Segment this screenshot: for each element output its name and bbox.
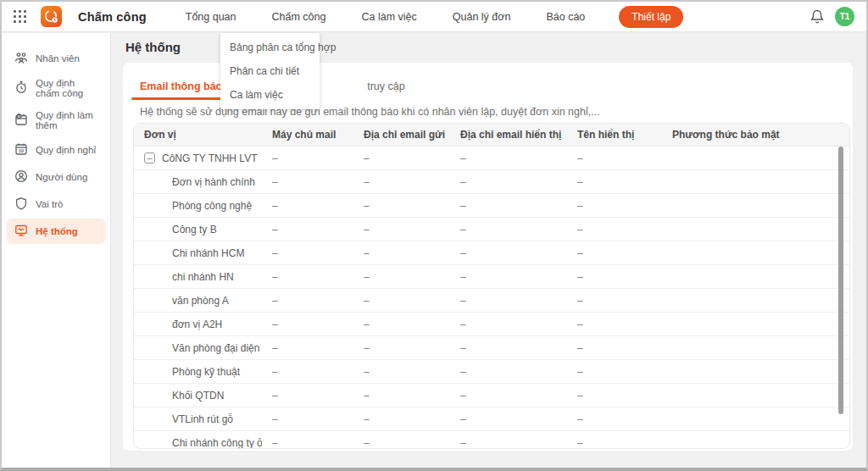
- table-cell: –: [262, 342, 353, 354]
- table-cell: –: [567, 247, 662, 259]
- table-cell: –: [450, 366, 567, 378]
- table-row[interactable]: VTLinh rút gỗ ––––: [134, 407, 849, 431]
- table-row[interactable]: Khối QTDN ––––: [134, 384, 849, 407]
- user-avatar[interactable]: T1: [835, 7, 854, 26]
- sidebar-item[interactable]: Nhân viên: [7, 46, 105, 71]
- unit-name: VTLinh rút gỗ: [172, 413, 233, 425]
- sidebar-item-label: Hệ thống: [36, 226, 78, 236]
- table-cell: –: [567, 342, 662, 354]
- table-scrollbar[interactable]: [838, 147, 843, 414]
- unit-cell: VTLinh rút gỗ: [134, 413, 262, 425]
- unit-name: Văn phòng đại diện CG: [172, 342, 262, 354]
- dropdown-menu-item[interactable]: Ca làm việc: [220, 83, 320, 107]
- table-cell: –: [450, 342, 567, 354]
- sidebar-item[interactable]: Vai trò: [7, 191, 105, 217]
- unit-cell: chi nhánh HN: [134, 271, 262, 283]
- table-row[interactable]: Văn phòng đại diện CG ––––: [134, 336, 849, 360]
- table-body: – CôNG TY TNHH LVT –––– Đơn vị hành chín…: [134, 147, 849, 449]
- table-row[interactable]: Phòng công nghệ ––––: [134, 194, 849, 218]
- table-cell: –: [450, 176, 567, 188]
- calendar-10-icon: 10: [14, 142, 28, 158]
- unit-cell: – CôNG TY TNHH LVT: [134, 152, 262, 164]
- nav-item[interactable]: Quản lý đơn: [453, 11, 511, 23]
- table-cell: –: [353, 390, 450, 402]
- tab[interactable]: Email thông báo: [131, 80, 231, 100]
- table-cell: –: [262, 390, 353, 402]
- unit-name: Công ty B: [172, 224, 217, 236]
- tab[interactable]: truy cập: [359, 80, 413, 100]
- unit-cell: đơn vị A2H: [134, 319, 262, 330]
- unit-cell: Khối QTDN: [134, 390, 262, 402]
- sidebar: Nhân viên Quy định chấm công Quy định là…: [2, 33, 111, 468]
- monitor-icon: [14, 224, 28, 239]
- user-circle-icon: [14, 169, 28, 185]
- table-row[interactable]: Phòng kỹ thuật ––––: [134, 360, 849, 384]
- calendar-clock-icon: [14, 113, 28, 128]
- table-cell: –: [262, 319, 353, 330]
- table-cell: –: [262, 437, 353, 449]
- sidebar-item-label: Quy định chấm công: [36, 78, 100, 98]
- nav-item[interactable]: Báo cáo: [546, 11, 585, 23]
- table-row[interactable]: Đơn vị hành chính ––––: [134, 170, 849, 194]
- sidebar-item-label: Quy định làm thêm: [36, 110, 100, 130]
- table-cell: –: [262, 247, 353, 259]
- svg-text:10: 10: [19, 148, 24, 153]
- table-cell: –: [353, 319, 450, 330]
- settings-button[interactable]: Thiết lập: [619, 6, 683, 28]
- unit-cell: Chi nhánh công ty ở mi...: [134, 437, 262, 449]
- table-header-row: Đơn vị Máy chủ mail Địa chỉ email gửi Đị…: [134, 124, 849, 147]
- table-column-header: Địa chỉ email hiển thị: [450, 129, 567, 141]
- nav-item[interactable]: Chấm công: [272, 11, 326, 23]
- sidebar-item[interactable]: 10 Quy định nghỉ: [7, 137, 105, 163]
- table-cell: –: [567, 200, 662, 212]
- sidebar-item[interactable]: Hệ thống: [7, 219, 105, 244]
- table-row[interactable]: Chi nhánh HCM ––––: [134, 241, 849, 265]
- app-grid-icon[interactable]: [14, 10, 26, 23]
- notification-bell-icon[interactable]: [810, 9, 825, 25]
- table-cell: –: [567, 319, 662, 330]
- table-row[interactable]: văn phòng A ––––: [134, 289, 849, 313]
- table-cell: –: [450, 437, 567, 449]
- table-cell: –: [353, 366, 450, 378]
- unit-cell: Văn phòng đại diện CG: [134, 342, 262, 354]
- table-cell: –: [567, 366, 662, 378]
- table-cell: –: [450, 271, 567, 283]
- topbar: Chấm công Tổng quan Chấm công Ca làm việ…: [2, 2, 866, 32]
- sidebar-item[interactable]: Quy định làm thêm: [7, 105, 105, 136]
- sidebar-item[interactable]: Người dùng: [7, 164, 105, 190]
- unit-cell: Phòng công nghệ: [134, 200, 262, 212]
- collapse-toggle-icon[interactable]: –: [144, 152, 155, 163]
- table-row[interactable]: Chi nhánh công ty ở mi... ––––: [134, 431, 849, 449]
- sidebar-item-label: Quy định nghỉ: [36, 145, 96, 155]
- sidebar-item[interactable]: Quy định chấm công: [7, 73, 105, 103]
- stopwatch-icon: [14, 80, 28, 96]
- table-row[interactable]: Công ty B ––––: [134, 218, 849, 241]
- table-cell: –: [262, 200, 353, 212]
- table-cell: –: [353, 342, 450, 354]
- table-row[interactable]: đơn vị A2H ––––: [134, 313, 849, 336]
- table-column-header: Phương thức bảo mật: [662, 129, 849, 141]
- dropdown-menu-item[interactable]: Phân ca chi tiết: [220, 59, 320, 83]
- table-cell: –: [262, 366, 353, 378]
- sidebar-item-label: Vai trò: [36, 199, 63, 209]
- nav-item[interactable]: Ca làm việc: [361, 11, 416, 23]
- table-column-header: Máy chủ mail: [262, 129, 353, 141]
- table-row[interactable]: chi nhánh HN ––––: [134, 265, 849, 289]
- table-column-header: Tên hiển thị: [567, 129, 662, 141]
- table-column-header: Đơn vị: [134, 129, 262, 141]
- table-cell: –: [353, 224, 450, 236]
- table-cell: –: [262, 271, 353, 283]
- table-cell: –: [567, 176, 662, 188]
- unit-name: Phòng công nghệ: [172, 200, 252, 212]
- table-cell: –: [353, 247, 450, 259]
- dropdown-menu-item[interactable]: Bảng phân ca tổng hợp: [220, 36, 320, 59]
- unit-cell: Công ty B: [134, 224, 262, 236]
- nav-item[interactable]: Tổng quan: [186, 11, 236, 23]
- table-row[interactable]: – CôNG TY TNHH LVT ––––: [134, 147, 849, 170]
- table-cell: –: [450, 295, 567, 307]
- table-column-header: Địa chỉ email gửi: [353, 129, 450, 141]
- app-logo-icon[interactable]: [41, 6, 62, 27]
- unit-name: đơn vị A2H: [172, 319, 222, 330]
- unit-name: văn phòng A: [172, 295, 229, 307]
- table-cell: –: [567, 413, 662, 425]
